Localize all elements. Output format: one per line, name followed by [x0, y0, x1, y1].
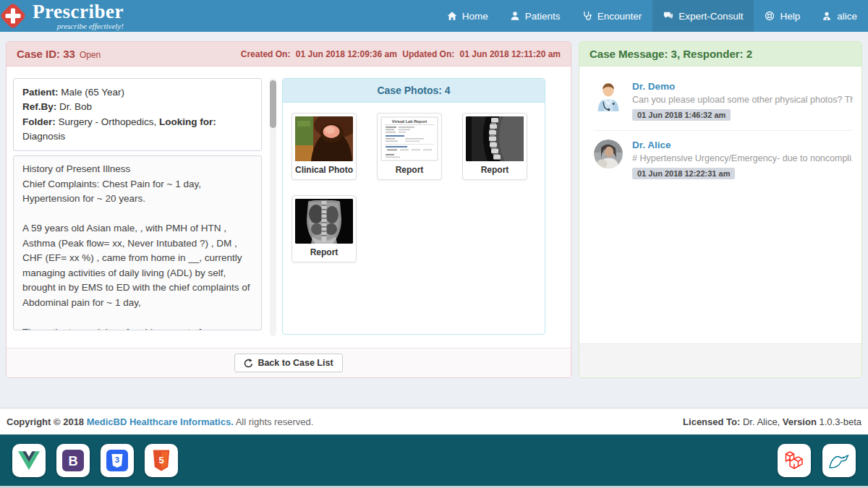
photo-label: Clinical Photo [295, 165, 353, 175]
case-id-block: Case ID: 33Open [17, 48, 101, 61]
brand-text: Prescriber prescribe effectively! [33, 2, 124, 30]
folder-line: Folder: Surgery - Orthopedics, Looking f… [22, 115, 252, 145]
svg-text:5: 5 [158, 455, 163, 466]
case-id: Case ID: 33 [17, 48, 75, 60]
folder-label: Folder: [22, 116, 56, 127]
case-messages-header: Case Message: 3, Responder: 2 [579, 42, 861, 67]
case-panel-body: Patient: Male (65 Year) Ref.By: Dr. Bob … [7, 67, 571, 348]
patient-info-box: Patient: Male (65 Year) Ref.By: Dr. Bob … [13, 78, 262, 151]
licensed-to-value: Dr. Alice, [743, 416, 780, 427]
case-photos-header: Case Photos: 4 [283, 79, 545, 103]
message-author-link[interactable]: Dr. Alice [632, 140, 853, 150]
css3-tile: 3 [101, 444, 134, 477]
copyright-text: Copyright © 2018 MedicBD Healthcare Info… [7, 416, 313, 427]
doctor-avatar [594, 81, 623, 111]
patient-label: Patient: [22, 87, 59, 98]
message-item: Dr. Demo Can you please upload some othe… [594, 81, 853, 130]
page-footer: Copyright © 2018 MedicBD Healthcare Info… [0, 408, 868, 435]
updated-on-value: 01 Jun 2018 12:11:20 am [460, 49, 561, 59]
photo-card-clinical[interactable]: Clinical Photo [292, 113, 357, 180]
version-value: 1.0.3-beta [819, 416, 861, 427]
message-content: Dr. Alice # Hypertensive Urgency/Emergen… [632, 140, 853, 179]
stethoscope-icon [582, 11, 592, 21]
refby-line: Ref.By: Dr. Bob [22, 100, 252, 114]
nav-item-encounter[interactable]: Encounter [571, 0, 653, 32]
nav-item-expert-consult[interactable]: Expert-Consult [652, 0, 754, 32]
life-ring-icon [765, 11, 775, 21]
mysql-tile [822, 444, 856, 477]
user-md-icon [822, 11, 832, 21]
abdominal-mri-thumbnail [295, 199, 353, 244]
photo-card-spine-mri[interactable]: Report [462, 113, 527, 180]
case-messages-panel: Case Message: 3, Responder: 2 Dr. Demo C… [579, 41, 862, 378]
nav-item-help[interactable]: Help [754, 0, 811, 32]
laravel-icon [783, 450, 805, 471]
company-link[interactable]: MedicBD Healthcare Informatics. [87, 416, 234, 427]
home-icon [447, 11, 457, 21]
messages-list: Dr. Demo Can you please upload some othe… [579, 67, 861, 343]
message-timestamp-badge: 01 Jun 2018 12:22:31 am [632, 168, 735, 179]
app-tagline: prescribe effectively! [33, 22, 124, 30]
patient-line: Patient: Male (65 Year) [22, 85, 252, 100]
vuejs-tile [12, 444, 46, 477]
patient-summary-column: Patient: Male (65 Year) Ref.By: Dr. Bob … [13, 78, 282, 341]
message-author-link[interactable]: Dr. Demo [632, 81, 853, 92]
brand-logo[interactable]: Prescriber prescribe effectively! [0, 0, 131, 32]
doctor-photo-avatar [594, 140, 623, 168]
nav-label: Patients [525, 11, 561, 22]
patient-column-scrollbar[interactable] [270, 78, 276, 336]
updated-on-label: Updated On: [402, 49, 454, 59]
nav-item-user-alice[interactable]: alice [811, 0, 868, 32]
scrollbar-thumb[interactable] [270, 80, 276, 128]
bootstrap-icon: B [62, 450, 84, 471]
photo-card-abdominal-mri[interactable]: Report [292, 195, 357, 262]
bootstrap-tile: B [56, 444, 90, 477]
nav-item-home[interactable]: Home [436, 0, 499, 32]
looking-for-value: Diagnosis [22, 131, 65, 142]
photo-label: Report [295, 247, 353, 257]
user-icon [510, 11, 520, 21]
undo-icon [244, 359, 253, 368]
tech-stack-bar: B 3 5 [0, 435, 868, 486]
photo-card-lab-report[interactable]: Virtual Lab Report [377, 113, 442, 180]
tech-stack-right-group [778, 444, 856, 477]
nav-label: Home [462, 11, 488, 22]
message-content: Dr. Demo Can you please upload some othe… [632, 81, 853, 121]
message-timestamp-badge: 01 Jun 2018 1:46:32 am [632, 109, 731, 121]
nav-label: Help [780, 11, 800, 22]
nav-label: Encounter [597, 11, 642, 22]
case-messages-footer [579, 343, 861, 377]
rights-text: All rights reserved. [236, 416, 314, 427]
svg-text:B: B [68, 453, 77, 468]
main-menu: Home Patients Encounter Expert-Consult H… [436, 0, 868, 32]
version-label: Version [783, 416, 817, 427]
nav-label: alice [837, 11, 857, 22]
history-of-present-illness: History of Present Illness Chief Complai… [13, 155, 262, 330]
created-on-label: Created On: [241, 49, 291, 59]
laravel-tile [778, 444, 811, 477]
content-area: Case ID: 33Open Created On: 01 Jun 2018 … [6, 41, 862, 378]
case-status-badge: Open [80, 50, 101, 60]
nav-label: Expert-Consult [678, 11, 743, 22]
mysql-icon [827, 450, 851, 471]
lab-report-thumbnail: Virtual Lab Report [380, 116, 438, 161]
report-thumb-title: Virtual Lab Report [392, 119, 427, 124]
top-navbar: Prescriber prescribe effectively! Home P… [0, 0, 868, 32]
svg-text:3: 3 [115, 455, 119, 464]
created-on-value: 01 Jun 2018 12:09:36 am [296, 49, 397, 59]
looking-for-label: Looking for: [159, 116, 216, 127]
back-to-case-list-button[interactable]: Back to Case List [234, 354, 342, 372]
photo-label: Report [380, 165, 438, 175]
css3-icon: 3 [106, 450, 128, 471]
app-title: Prescriber [33, 2, 124, 22]
refby-value: Dr. Bob [59, 101, 92, 112]
message-text: # Hypertensive Urgency/Emergency- due to… [632, 153, 853, 163]
case-panel-footer: Back to Case List [7, 348, 571, 377]
photo-label: Report [466, 165, 524, 175]
licensed-to-label: Licensed To: [683, 416, 740, 427]
nav-item-patients[interactable]: Patients [499, 0, 571, 32]
case-panel: Case ID: 33Open Created On: 01 Jun 2018 … [6, 41, 571, 378]
message-item: Dr. Alice # Hypertensive Urgency/Emergen… [594, 130, 853, 189]
comments-icon [663, 11, 673, 21]
clinical-photo-thumbnail [295, 116, 353, 161]
